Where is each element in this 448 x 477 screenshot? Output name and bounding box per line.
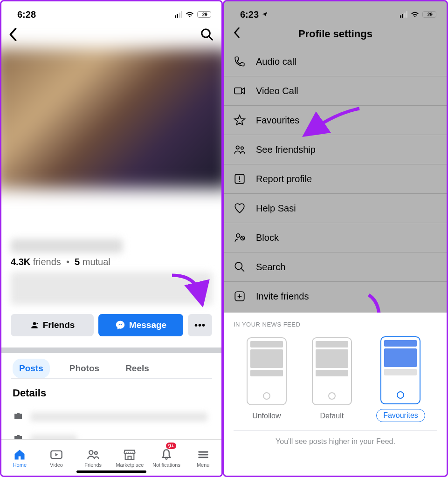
people-icon [233, 143, 247, 156]
battery-icon: 29 [422, 11, 436, 18]
report-icon [233, 173, 247, 185]
tab-reels[interactable]: Reels [119, 359, 156, 378]
back-button[interactable] [9, 28, 17, 43]
svg-point-14 [239, 181, 240, 182]
phone-mock-default [312, 337, 352, 405]
phone-mock-favourites [380, 336, 420, 404]
invite-icon [233, 290, 247, 302]
cellular-icon [175, 11, 183, 18]
location-icon [262, 11, 268, 18]
nav-video[interactable]: Video [38, 440, 75, 476]
video-icon [233, 85, 247, 97]
tab-posts[interactable]: Posts [13, 359, 50, 378]
setting-search[interactable]: Search [224, 252, 447, 282]
svg-line-17 [241, 268, 244, 272]
profile-name [11, 239, 123, 253]
top-nav [1, 24, 221, 49]
more-options-button[interactable]: ••• [188, 314, 212, 336]
nav-home[interactable]: Home [1, 440, 38, 476]
briefcase-icon [13, 410, 24, 423]
phone-mock-unfollow [247, 337, 287, 405]
setting-help[interactable]: Help Sasi [224, 194, 447, 223]
setting-video-call[interactable]: Video Call [224, 76, 447, 106]
home-indicator[interactable] [76, 470, 146, 473]
details-header: Details [11, 379, 212, 406]
search-button[interactable] [200, 27, 214, 43]
setting-label: Video Call [256, 86, 298, 96]
friend-count-line[interactable]: 4.3K friends • 5 mutual [11, 257, 212, 267]
search-icon [233, 261, 247, 273]
setting-label: Search [256, 262, 285, 273]
heart-icon [233, 202, 247, 214]
star-icon [233, 114, 247, 126]
detail-work-1[interactable] [11, 406, 212, 428]
status-bar: 6:23 29 [224, 1, 447, 24]
option-default[interactable]: Default [312, 337, 352, 422]
svg-point-5 [95, 451, 97, 454]
svg-line-1 [209, 36, 213, 40]
message-button[interactable]: Message [98, 314, 183, 336]
settings-list: Audio call Video Call Favourites See fri… [224, 47, 447, 311]
svg-point-11 [241, 147, 243, 149]
wifi-icon [410, 9, 420, 20]
setting-label: Audio call [256, 56, 296, 67]
setting-label: Favourites [256, 115, 299, 126]
option-favourites[interactable]: Favourites [376, 336, 425, 422]
bottom-nav: Home Video Friends Marketplace 9+ Notifi… [1, 439, 221, 476]
setting-label: Block [256, 232, 279, 243]
back-button[interactable] [233, 27, 241, 41]
clock: 6:23 [240, 9, 259, 20]
svg-point-15 [236, 234, 240, 238]
setting-report[interactable]: Report profile [224, 164, 447, 194]
nav-menu[interactable]: Menu [185, 440, 221, 476]
setting-favourites[interactable]: Favourites [224, 106, 447, 135]
setting-friendship[interactable]: See friendship [224, 135, 447, 164]
profile-settings-screen: 6:23 29 Profile settings Audio call [223, 0, 448, 477]
notifications-badge: 9+ [166, 443, 177, 449]
profile-screen: 6:28 29 4.3K friends • [0, 0, 223, 477]
cover-photo[interactable] [0, 49, 223, 189]
feed-preference-sheet: IN YOUR NEWS FEED Unfollow Default Favou… [224, 313, 447, 476]
tab-photos[interactable]: Photos [63, 359, 106, 378]
svg-point-4 [89, 450, 93, 454]
setting-block[interactable]: Block [224, 223, 447, 252]
section-divider [1, 348, 221, 353]
clock: 6:28 [17, 9, 36, 20]
setting-label: Invite friends [256, 291, 309, 302]
nav-notifications[interactable]: 9+ Notifications [148, 440, 185, 476]
settings-header: Profile settings [224, 24, 447, 47]
sheet-header: IN YOUR NEWS FEED [234, 321, 437, 328]
sheet-footer-text: You'll see posts higher in your Feed. [234, 437, 437, 446]
friends-button[interactable]: Friends [11, 314, 94, 336]
wifi-icon [185, 9, 194, 20]
setting-label: Report profile [256, 174, 312, 184]
svg-point-16 [235, 262, 242, 269]
status-bar: 6:28 29 [1, 1, 221, 24]
cellular-icon [400, 11, 408, 18]
phone-icon [233, 55, 247, 68]
svg-rect-9 [234, 88, 241, 94]
setting-audio-call[interactable]: Audio call [224, 47, 447, 76]
setting-label: Help Sasi [256, 203, 296, 214]
setting-label: See friendship [256, 144, 316, 155]
setting-invite[interactable]: Invite friends [224, 282, 447, 311]
profile-bio [11, 272, 212, 305]
option-unfollow[interactable]: Unfollow [246, 337, 287, 422]
svg-point-10 [236, 146, 239, 149]
battery-icon: 29 [197, 11, 211, 18]
block-icon [233, 232, 247, 244]
profile-tabs: Posts Photos Reels [11, 353, 212, 379]
